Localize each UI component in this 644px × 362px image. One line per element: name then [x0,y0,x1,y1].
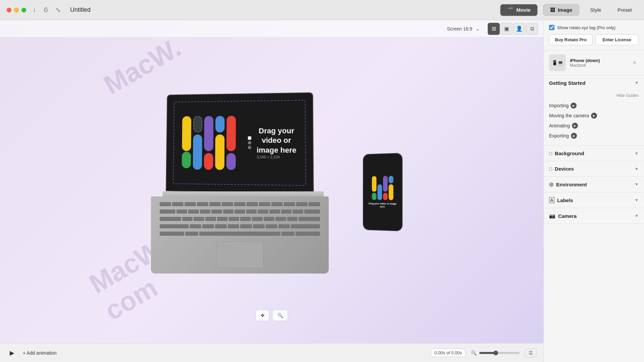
getting-started-section: Getting Started ▲ Hide Guides Importing … [544,75,644,146]
enter-license-button[interactable]: Enter License [595,34,639,45]
screen-options-button[interactable]: ⌄ [474,25,481,33]
camera-play-icon: ▶ [591,113,597,119]
timeline-button[interactable]: ☰ [525,349,537,357]
devices-section: □ Devices ▼ [544,161,644,177]
guide-item-animating: Animating ▶ [549,121,639,131]
device-info: iPhone (down) Macbook [570,58,627,68]
zoom-slider[interactable] [479,352,520,354]
environment-icon: ◎ [549,181,553,187]
show-tag-checkbox[interactable] [549,25,554,30]
background-header[interactable]: □ Background ▼ [544,146,644,161]
trackpad [216,241,263,268]
device-thumbnail: 📱💻 [549,54,566,71]
canvas-icon-2[interactable]: ▣ [500,23,513,35]
phone-bars-grid [372,176,393,200]
background-section: □ Background ▼ [544,146,644,161]
zoom-control: 🔍 [471,350,520,356]
minimize-button[interactable] [14,8,19,12]
right-panel: Show rotato.xyz tag (Pro only) Buy Rotat… [543,20,644,362]
animating-play-icon: ▶ [572,123,578,129]
preset-button[interactable]: Preset [612,4,637,15]
checkbox-row: Show rotato.xyz tag (Pro only) [549,25,639,30]
environment-section: ◎ Environment ▼ [544,177,644,192]
phone-drag-text: Drag your video or image here [367,202,398,208]
devices-title: □ Devices [549,166,574,172]
checkbox-label: Show rotato.xyz tag (Pro only) [557,25,615,30]
labels-chevron: ▼ [635,198,639,202]
hide-guides-button[interactable]: Hide Guides [616,93,639,98]
getting-started-content: Hide Guides Importing ▶ Moving the camer… [544,90,644,145]
style-button[interactable]: Style [585,4,606,15]
importing-link[interactable]: Importing ▶ [549,103,577,109]
labels-icon: A [549,197,554,203]
promo-section: Show rotato.xyz tag (Pro only) Buy Rotat… [544,20,644,50]
share-button[interactable]: ⎙ [43,5,49,15]
add-animation-button[interactable]: + Add animation [23,350,57,356]
image-tab-button[interactable]: 🖼 Image [543,4,579,16]
document-title: Untitled [70,6,91,13]
device-thumb-icon: 📱💻 [552,60,563,65]
size-text: 3,546 × 2,234 [257,155,297,160]
devices-icon: □ [549,166,552,172]
device-macbook-name: Macbook [570,63,627,68]
mockup-scene: Drag your video or image here 3,546 × 2,… [121,86,423,294]
close-button[interactable] [7,8,11,12]
camera-link[interactable]: Moving the camera ▶ [549,113,597,119]
buy-rotato-button[interactable]: Buy Rotato Pro [549,34,593,45]
movie-icon: 🎬 [507,7,514,13]
laptop-screen-content: Drag your video or image here 3,546 × 2,… [166,93,313,193]
laptop-screen[interactable]: Drag your video or image here 3,546 × 2,… [166,92,314,193]
play-button[interactable]: ▶ [7,348,17,358]
labels-header[interactable]: A Labels ▼ [544,192,644,208]
environment-header[interactable]: ◎ Environment ▼ [544,177,644,192]
move-icon: ✥ [261,313,265,318]
device-remove-button[interactable]: × [631,59,639,67]
device-card: 📱💻 iPhone (down) Macbook × [544,50,644,75]
movie-tab-button[interactable]: 🎬 Movie [500,4,538,16]
titlebar: ↓ ⎙ ⤡ Untitled 🎬 Movie 🖼 Image Style Pre… [0,0,644,20]
traffic-lights [7,8,26,12]
canvas-bottom-controls: ✥ 🔍 [256,310,288,321]
nav-down-button[interactable]: ↓ [32,5,37,15]
guide-item-exporting: Exporting ▶ [549,131,639,141]
play-icon: ▶ [10,349,14,357]
move-control-button[interactable]: ✥ [256,310,270,321]
search-icon: 🔍 [277,313,283,318]
exporting-link[interactable]: Exporting ▶ [549,133,577,139]
environment-chevron: ▼ [635,182,639,187]
canvas-icon-3[interactable]: 👤 [513,23,525,35]
camera-icon: 📷 [549,213,555,219]
guide-item-camera: Moving the camera ▶ [549,111,639,121]
phone-screen: Drag your video or image here [364,154,402,231]
camera-section: 📷 Camera ▼ [544,208,644,224]
laptop-body [151,196,329,274]
bars-grid [182,116,236,170]
canvas-viewport[interactable]: MacW. MacW.com [0,38,543,343]
device-iphone-name: iPhone (down) [570,58,627,63]
canvas-icon-group: ⊞ ▣ 👤 ⧉ [488,23,538,35]
drag-text: Drag your video or image here [257,126,297,155]
camera-header[interactable]: 📷 Camera ▼ [544,208,644,224]
guide-item-importing: Importing ▶ [549,101,639,111]
zoom-icon: 🔍 [471,350,477,356]
getting-started-title: Getting Started [549,80,585,86]
canvas-toolbar: Screen 16:9 ⌄ ⊞ ▣ 👤 ⧉ [0,20,543,38]
environment-title: ◎ Environment [549,181,587,187]
image-icon: 🖼 [550,7,555,13]
animating-link[interactable]: Animating ▶ [549,123,578,129]
camera-chevron: ▼ [635,214,639,218]
devices-chevron: ▼ [635,167,639,171]
background-chevron: ▼ [635,151,639,156]
resize-button[interactable]: ⤡ [54,5,62,15]
labels-title: A Labels [549,197,573,203]
getting-started-header[interactable]: Getting Started ▲ [544,75,644,90]
main-area: Screen 16:9 ⌄ ⊞ ▣ 👤 ⧉ MacW. MacW.com [0,20,644,362]
maximize-button[interactable] [21,8,26,12]
importing-play-icon: ▶ [571,103,577,109]
canvas-icon-1[interactable]: ⊞ [488,23,500,35]
devices-header[interactable]: □ Devices ▼ [544,161,644,176]
phone-mockup: Drag your video or image here [363,153,402,231]
canvas-icon-4[interactable]: ⧉ [526,23,538,35]
labels-section: A Labels ▼ [544,192,644,208]
search-control-button[interactable]: 🔍 [272,310,288,321]
